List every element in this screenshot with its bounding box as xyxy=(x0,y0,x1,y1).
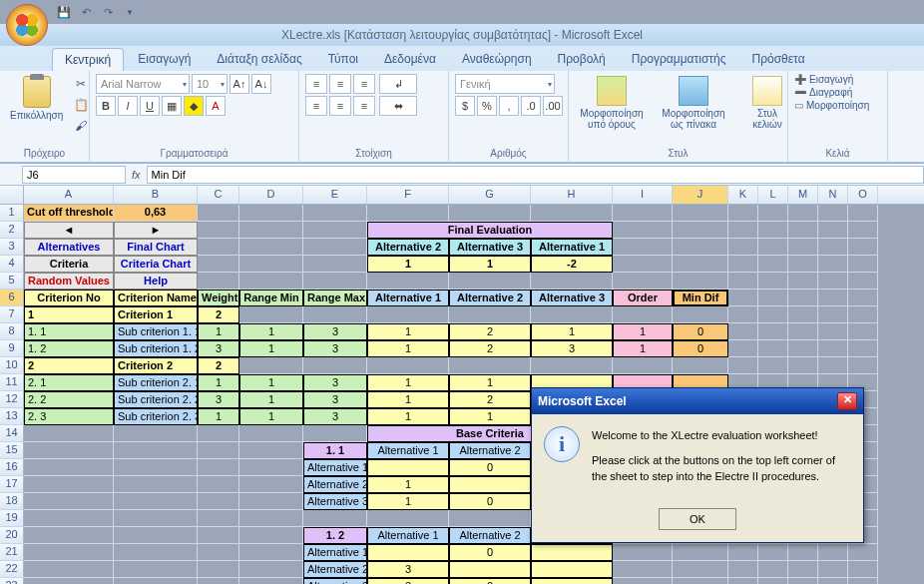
cell[interactable] xyxy=(848,340,878,357)
cell[interactable] xyxy=(24,476,114,493)
format-painter-icon[interactable]: 🖌 xyxy=(71,116,91,136)
m11-col[interactable]: Alternative 1 xyxy=(367,442,449,459)
order[interactable]: 1 xyxy=(613,340,673,357)
cell[interactable] xyxy=(239,476,303,493)
alt3[interactable]: 1 xyxy=(531,323,613,340)
shrink-font-icon[interactable]: A↓ xyxy=(251,74,271,94)
m11-col[interactable]: Alternative 2 xyxy=(449,442,531,459)
weight[interactable]: 2 xyxy=(198,357,239,374)
align-center-icon[interactable]: ≡ xyxy=(329,96,351,116)
cell[interactable] xyxy=(673,544,728,561)
row-header-20[interactable]: 20 xyxy=(0,527,24,544)
cell[interactable] xyxy=(818,205,848,222)
col-header-K[interactable]: K xyxy=(728,186,758,204)
row-header-7[interactable]: 7 xyxy=(0,306,24,323)
row-header-8[interactable]: 8 xyxy=(0,323,24,340)
cell[interactable] xyxy=(728,323,758,340)
cell[interactable] xyxy=(728,340,758,357)
number-format-combo[interactable]: Γενική xyxy=(455,74,555,94)
crit-name[interactable]: Sub criterion 1. 1 xyxy=(114,323,198,340)
wrap-text-button[interactable]: ↲ xyxy=(379,74,417,94)
col-header-E[interactable]: E xyxy=(303,186,367,204)
order[interactable]: 1 xyxy=(613,323,673,340)
cut-off-label[interactable]: Cut off threshold xyxy=(24,205,114,222)
cell[interactable] xyxy=(198,578,239,584)
final-eval-val[interactable]: 1 xyxy=(449,256,531,273)
crit-name[interactable]: Sub criterion 1. 2 xyxy=(114,340,198,357)
col-header-O[interactable]: O xyxy=(848,186,878,204)
weight[interactable]: 3 xyxy=(198,340,239,357)
cell[interactable] xyxy=(613,273,673,290)
cell[interactable] xyxy=(818,222,848,239)
delete-button[interactable]: ➖Διαγραφή xyxy=(794,87,869,98)
cell[interactable] xyxy=(673,578,728,584)
order[interactable] xyxy=(613,357,673,374)
m11-val[interactable]: 0 xyxy=(449,459,531,476)
alt2[interactable]: 1 xyxy=(449,374,531,391)
crit-name[interactable]: Criterion 1 xyxy=(114,306,198,323)
cell[interactable] xyxy=(198,510,239,527)
rmax[interactable]: 3 xyxy=(303,391,367,408)
row-header-13[interactable]: 13 xyxy=(0,408,24,425)
cell[interactable] xyxy=(198,273,239,290)
cell[interactable] xyxy=(239,425,303,442)
row-header-21[interactable]: 21 xyxy=(0,544,24,561)
rmin[interactable]: 1 xyxy=(239,323,303,340)
name-box[interactable]: J6 xyxy=(22,166,126,184)
cell[interactable] xyxy=(449,510,531,527)
col-header-M[interactable]: M xyxy=(788,186,818,204)
cell[interactable] xyxy=(758,357,788,374)
fx-icon[interactable]: fx xyxy=(132,169,141,181)
rmin[interactable] xyxy=(239,357,303,374)
rmin[interactable]: 1 xyxy=(239,408,303,425)
cell[interactable] xyxy=(114,459,198,476)
underline-button[interactable]: U xyxy=(140,96,160,116)
cell[interactable] xyxy=(788,222,818,239)
cell[interactable] xyxy=(114,425,198,442)
align-left-icon[interactable]: ≡ xyxy=(305,96,327,116)
copy-icon[interactable]: 📋 xyxy=(71,95,91,115)
italic-button[interactable]: I xyxy=(118,96,138,116)
cell[interactable] xyxy=(239,459,303,476)
cell[interactable] xyxy=(818,544,848,561)
cell[interactable] xyxy=(758,544,788,561)
cell[interactable] xyxy=(818,561,848,578)
m12-val[interactable] xyxy=(449,561,531,578)
cell[interactable] xyxy=(303,239,367,256)
cut-off-value[interactable]: 0,63 xyxy=(114,205,198,222)
cell[interactable] xyxy=(613,256,673,273)
cell[interactable] xyxy=(818,323,848,340)
m12-col[interactable]: Alternative 1 xyxy=(367,527,449,544)
mindif[interactable] xyxy=(673,306,728,323)
m11-val[interactable] xyxy=(449,476,531,493)
cell[interactable] xyxy=(367,510,449,527)
m12-val[interactable] xyxy=(531,561,613,578)
m12-val[interactable]: 3 xyxy=(367,561,449,578)
row-header-17[interactable]: 17 xyxy=(0,476,24,493)
cell[interactable] xyxy=(613,222,673,239)
alt1[interactable]: 1 xyxy=(367,340,449,357)
cell[interactable] xyxy=(613,578,673,584)
weight[interactable]: 1 xyxy=(198,323,239,340)
row-header-22[interactable]: 22 xyxy=(0,561,24,578)
cell[interactable] xyxy=(198,561,239,578)
criteria-chart-button[interactable]: Criteria Chart xyxy=(114,256,198,273)
cell[interactable] xyxy=(728,578,758,584)
cell[interactable] xyxy=(673,222,728,239)
cell[interactable] xyxy=(818,357,848,374)
col-header-L[interactable]: L xyxy=(758,186,788,204)
cell[interactable] xyxy=(613,205,673,222)
crit-no[interactable]: 1. 1 xyxy=(24,323,114,340)
cell[interactable] xyxy=(758,273,788,290)
formula-input[interactable]: Min Dif xyxy=(147,166,924,184)
mindif[interactable] xyxy=(673,357,728,374)
final-eval-val[interactable]: -2 xyxy=(531,256,613,273)
inc-decimal-icon[interactable]: .0 xyxy=(521,96,541,116)
format-button[interactable]: ▭Μορφοποίηση xyxy=(794,100,869,111)
cell[interactable] xyxy=(818,239,848,256)
cell[interactable] xyxy=(198,425,239,442)
col-header-D[interactable]: D xyxy=(239,186,303,204)
cell[interactable] xyxy=(848,273,878,290)
col-header-G[interactable]: G xyxy=(449,186,531,204)
final-eval-val[interactable]: 1 xyxy=(367,256,449,273)
